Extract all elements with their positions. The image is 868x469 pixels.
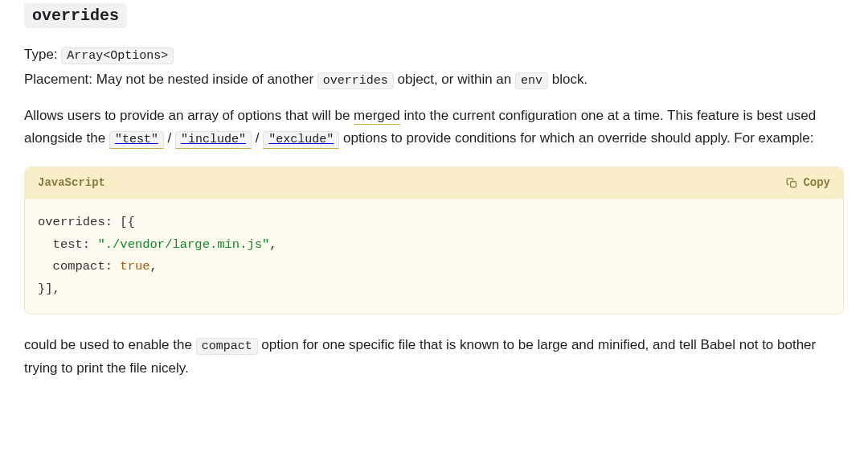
code-token: , xyxy=(150,259,158,274)
type-line: Type: Array<Options> xyxy=(24,43,844,67)
copy-button-label: Copy xyxy=(803,176,830,189)
code-token: }], xyxy=(38,282,60,296)
placement-text-a: Placement: May not be nested inside of a… xyxy=(24,72,317,87)
option-test-link[interactable]: "test" xyxy=(109,130,164,146)
description-paragraph-2: could be used to enable the compact opti… xyxy=(24,334,844,380)
desc2-text-a: could be used to enable the xyxy=(24,337,196,352)
desc1-sep-1: / xyxy=(164,130,175,146)
compact-code: compact xyxy=(196,338,258,355)
code-language-label: JavaScript xyxy=(38,174,105,192)
code-token: : xyxy=(83,237,98,252)
code-token: : [{ xyxy=(105,215,135,229)
option-exclude-code: "exclude" xyxy=(263,131,339,149)
copy-button[interactable]: Copy xyxy=(786,176,830,189)
code-content: overrides: [{ test: "./vendor/large.min.… xyxy=(25,199,843,315)
desc1-sep-2: / xyxy=(252,130,263,146)
desc1-text-a: Allows users to provide an array of opti… xyxy=(24,108,354,123)
code-token: "./vendor/large.min.js" xyxy=(97,237,269,252)
code-token: overrides xyxy=(38,215,105,229)
code-token: test xyxy=(38,237,83,252)
option-include-code: "include" xyxy=(175,131,252,149)
placement-code-overrides: overrides xyxy=(317,72,394,89)
type-label: Type: xyxy=(24,47,58,62)
section-heading-code: overrides xyxy=(24,3,127,28)
description-paragraph-1: Allows users to provide an array of opti… xyxy=(24,105,844,150)
code-token: compact xyxy=(38,259,105,274)
option-exclude-link[interactable]: "exclude" xyxy=(263,130,339,146)
placement-text-b: object, or within an xyxy=(394,72,515,87)
section-heading: overrides xyxy=(24,0,844,29)
code-token: , xyxy=(269,237,276,252)
code-block: JavaScript Copy overrides: [{ test: "./v… xyxy=(24,167,844,315)
svg-rect-0 xyxy=(791,181,796,187)
placement-code-env: env xyxy=(515,72,548,89)
merged-link[interactable]: merged xyxy=(354,108,400,125)
copy-icon xyxy=(786,177,798,189)
placement-line: Placement: May not be nested inside of a… xyxy=(24,68,844,92)
placement-text-c: block. xyxy=(548,72,588,87)
code-block-header: JavaScript Copy xyxy=(25,167,843,199)
option-test-code: "test" xyxy=(109,131,164,149)
desc1-text-c: options to provide conditions for which … xyxy=(339,130,813,146)
option-include-link[interactable]: "include" xyxy=(175,130,252,146)
code-token: : xyxy=(105,259,121,274)
type-value-code: Array<Options> xyxy=(61,47,174,64)
code-token: true xyxy=(120,259,149,274)
